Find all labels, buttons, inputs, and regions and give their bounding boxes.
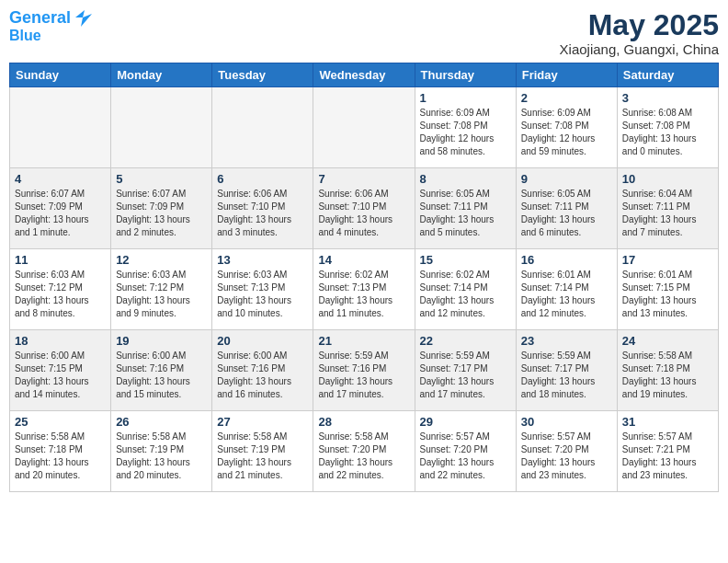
table-row: 16Sunrise: 6:01 AMSunset: 7:14 PMDayligh… <box>516 249 617 330</box>
table-row <box>212 87 313 168</box>
calendar-table: Sunday Monday Tuesday Wednesday Thursday… <box>9 63 719 492</box>
table-row: 30Sunrise: 5:57 AMSunset: 7:20 PMDayligh… <box>516 411 617 492</box>
table-row: 8Sunrise: 6:05 AMSunset: 7:11 PMDaylight… <box>415 168 516 249</box>
page-container: General Blue May 2025 Xiaojiang, Guangxi… <box>0 0 728 501</box>
day-info: Sunrise: 5:58 AMSunset: 7:18 PMDaylight:… <box>15 431 106 482</box>
table-row: 10Sunrise: 6:04 AMSunset: 7:11 PMDayligh… <box>617 168 718 249</box>
day-number: 24 <box>622 334 713 348</box>
day-number: 13 <box>217 253 308 267</box>
day-info: Sunrise: 5:57 AMSunset: 7:20 PMDaylight:… <box>521 431 612 482</box>
table-row: 19Sunrise: 6:00 AMSunset: 7:16 PMDayligh… <box>111 330 212 411</box>
table-row: 11Sunrise: 6:03 AMSunset: 7:12 PMDayligh… <box>10 249 111 330</box>
table-row: 29Sunrise: 5:57 AMSunset: 7:20 PMDayligh… <box>415 411 516 492</box>
day-number: 1 <box>420 91 511 105</box>
logo-text: General <box>9 9 71 28</box>
header: General Blue May 2025 Xiaojiang, Guangxi… <box>9 9 719 57</box>
day-info: Sunrise: 5:58 AMSunset: 7:19 PMDaylight:… <box>217 431 308 482</box>
table-row: 6Sunrise: 6:06 AMSunset: 7:10 PMDaylight… <box>212 168 313 249</box>
col-thursday: Thursday <box>415 63 516 87</box>
day-info: Sunrise: 6:09 AMSunset: 7:08 PMDaylight:… <box>420 107 511 158</box>
table-row: 23Sunrise: 5:59 AMSunset: 7:17 PMDayligh… <box>516 330 617 411</box>
day-info: Sunrise: 6:01 AMSunset: 7:15 PMDaylight:… <box>622 269 713 320</box>
day-info: Sunrise: 6:05 AMSunset: 7:11 PMDaylight:… <box>420 188 511 239</box>
table-row: 27Sunrise: 5:58 AMSunset: 7:19 PMDayligh… <box>212 411 313 492</box>
day-number: 18 <box>15 334 106 348</box>
month-year: May 2025 <box>560 9 719 41</box>
day-info: Sunrise: 6:09 AMSunset: 7:08 PMDaylight:… <box>521 107 612 158</box>
day-number: 29 <box>420 415 511 429</box>
day-number: 31 <box>622 415 713 429</box>
table-row: 24Sunrise: 5:58 AMSunset: 7:18 PMDayligh… <box>617 330 718 411</box>
day-number: 21 <box>318 334 409 348</box>
day-info: Sunrise: 6:04 AMSunset: 7:11 PMDaylight:… <box>622 188 713 239</box>
table-row: 26Sunrise: 5:58 AMSunset: 7:19 PMDayligh… <box>111 411 212 492</box>
table-row: 3Sunrise: 6:08 AMSunset: 7:08 PMDaylight… <box>617 87 718 168</box>
day-info: Sunrise: 6:00 AMSunset: 7:16 PMDaylight:… <box>116 350 207 401</box>
table-row: 15Sunrise: 6:02 AMSunset: 7:14 PMDayligh… <box>415 249 516 330</box>
day-number: 15 <box>420 253 511 267</box>
day-info: Sunrise: 5:58 AMSunset: 7:18 PMDaylight:… <box>622 350 713 401</box>
day-number: 16 <box>521 253 612 267</box>
day-number: 9 <box>521 172 612 186</box>
day-info: Sunrise: 5:59 AMSunset: 7:17 PMDaylight:… <box>420 350 511 401</box>
day-number: 2 <box>521 91 612 105</box>
table-row: 18Sunrise: 6:00 AMSunset: 7:15 PMDayligh… <box>10 330 111 411</box>
table-row: 7Sunrise: 6:06 AMSunset: 7:10 PMDaylight… <box>313 168 415 249</box>
col-saturday: Saturday <box>617 63 718 87</box>
day-number: 3 <box>622 91 713 105</box>
day-info: Sunrise: 5:57 AMSunset: 7:20 PMDaylight:… <box>420 431 511 482</box>
col-wednesday: Wednesday <box>313 63 415 87</box>
day-info: Sunrise: 5:59 AMSunset: 7:17 PMDaylight:… <box>521 350 612 401</box>
day-info: Sunrise: 6:06 AMSunset: 7:10 PMDaylight:… <box>318 188 409 239</box>
day-number: 11 <box>15 253 106 267</box>
day-number: 10 <box>622 172 713 186</box>
col-tuesday: Tuesday <box>212 63 313 87</box>
day-info: Sunrise: 6:05 AMSunset: 7:11 PMDaylight:… <box>521 188 612 239</box>
calendar-week-row: 18Sunrise: 6:00 AMSunset: 7:15 PMDayligh… <box>10 330 719 411</box>
table-row: 28Sunrise: 5:58 AMSunset: 7:20 PMDayligh… <box>313 411 415 492</box>
day-info: Sunrise: 5:58 AMSunset: 7:19 PMDaylight:… <box>116 431 207 482</box>
day-info: Sunrise: 6:03 AMSunset: 7:12 PMDaylight:… <box>116 269 207 320</box>
table-row: 1Sunrise: 6:09 AMSunset: 7:08 PMDaylight… <box>415 87 516 168</box>
table-row <box>10 87 111 168</box>
table-row <box>111 87 212 168</box>
day-info: Sunrise: 6:03 AMSunset: 7:12 PMDaylight:… <box>15 269 106 320</box>
calendar-week-row: 11Sunrise: 6:03 AMSunset: 7:12 PMDayligh… <box>10 249 719 330</box>
day-info: Sunrise: 6:02 AMSunset: 7:14 PMDaylight:… <box>420 269 511 320</box>
table-row: 22Sunrise: 5:59 AMSunset: 7:17 PMDayligh… <box>415 330 516 411</box>
day-number: 27 <box>217 415 308 429</box>
day-info: Sunrise: 6:07 AMSunset: 7:09 PMDaylight:… <box>116 188 207 239</box>
table-row: 21Sunrise: 5:59 AMSunset: 7:16 PMDayligh… <box>313 330 415 411</box>
table-row: 25Sunrise: 5:58 AMSunset: 7:18 PMDayligh… <box>10 411 111 492</box>
day-info: Sunrise: 6:00 AMSunset: 7:16 PMDaylight:… <box>217 350 308 401</box>
table-row: 9Sunrise: 6:05 AMSunset: 7:11 PMDaylight… <box>516 168 617 249</box>
table-row: 12Sunrise: 6:03 AMSunset: 7:12 PMDayligh… <box>111 249 212 330</box>
day-number: 19 <box>116 334 207 348</box>
day-info: Sunrise: 6:08 AMSunset: 7:08 PMDaylight:… <box>622 107 713 158</box>
day-info: Sunrise: 6:06 AMSunset: 7:10 PMDaylight:… <box>217 188 308 239</box>
table-row: 20Sunrise: 6:00 AMSunset: 7:16 PMDayligh… <box>212 330 313 411</box>
col-sunday: Sunday <box>10 63 111 87</box>
location: Xiaojiang, Guangxi, China <box>560 41 719 57</box>
day-info: Sunrise: 6:03 AMSunset: 7:13 PMDaylight:… <box>217 269 308 320</box>
day-number: 22 <box>420 334 511 348</box>
day-number: 14 <box>318 253 409 267</box>
table-row: 31Sunrise: 5:57 AMSunset: 7:21 PMDayligh… <box>617 411 718 492</box>
day-number: 25 <box>15 415 106 429</box>
day-info: Sunrise: 5:57 AMSunset: 7:21 PMDaylight:… <box>622 431 713 482</box>
day-info: Sunrise: 6:01 AMSunset: 7:14 PMDaylight:… <box>521 269 612 320</box>
day-number: 17 <box>622 253 713 267</box>
calendar-week-row: 4Sunrise: 6:07 AMSunset: 7:09 PMDaylight… <box>10 168 719 249</box>
calendar-header-row: Sunday Monday Tuesday Wednesday Thursday… <box>10 63 719 87</box>
logo-icon <box>72 8 92 27</box>
day-number: 28 <box>318 415 409 429</box>
table-row: 5Sunrise: 6:07 AMSunset: 7:09 PMDaylight… <box>111 168 212 249</box>
day-info: Sunrise: 6:07 AMSunset: 7:09 PMDaylight:… <box>15 188 106 239</box>
table-row: 14Sunrise: 6:02 AMSunset: 7:13 PMDayligh… <box>313 249 415 330</box>
day-number: 26 <box>116 415 207 429</box>
day-info: Sunrise: 6:02 AMSunset: 7:13 PMDaylight:… <box>318 269 409 320</box>
day-number: 8 <box>420 172 511 186</box>
day-number: 23 <box>521 334 612 348</box>
day-number: 4 <box>15 172 106 186</box>
table-row: 4Sunrise: 6:07 AMSunset: 7:09 PMDaylight… <box>10 168 111 249</box>
